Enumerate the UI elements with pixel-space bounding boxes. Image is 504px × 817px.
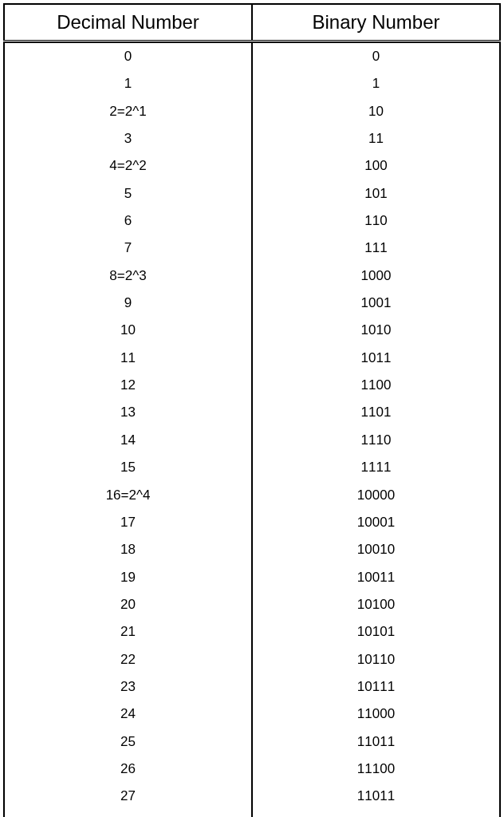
table-row: 131101 <box>4 399 500 426</box>
decimal-cell: 5 <box>4 180 252 207</box>
binary-cell: 1101 <box>252 399 500 426</box>
decimal-cell: 23 <box>4 673 252 701</box>
binary-cell: 11000 <box>252 701 500 728</box>
table-row: 1710001 <box>4 509 500 536</box>
binary-cell: 110 <box>252 207 500 235</box>
binary-cell: 1010 <box>252 317 500 344</box>
binary-cell: 10000 <box>252 482 500 509</box>
table-row: 91001 <box>4 290 500 317</box>
decimal-cell: 8=2^3 <box>4 262 252 290</box>
table-row: 2010100 <box>4 591 500 618</box>
decimal-cell: 18 <box>4 536 252 563</box>
table-row: 4=2^2100 <box>4 152 500 180</box>
binary-cell: 11011 <box>252 783 500 810</box>
decimal-cell: 0 <box>4 43 252 71</box>
table-row: 2611100 <box>4 756 500 783</box>
binary-cell: 1011 <box>252 345 500 372</box>
decimal-cell: 17 <box>4 509 252 536</box>
binary-cell: 10 <box>252 98 500 125</box>
binary-cell: 101 <box>252 180 500 207</box>
binary-cell: 1110 <box>252 427 500 454</box>
table-row: 1810010 <box>4 536 500 563</box>
decimal-cell: 12 <box>4 372 252 399</box>
table-row: 2310111 <box>4 673 500 701</box>
decimal-cell: 10 <box>4 317 252 344</box>
binary-cell: 1000 <box>252 262 500 290</box>
decimal-cell: 13 <box>4 399 252 426</box>
decimal-cell: 27 <box>4 783 252 810</box>
table-row: 5101 <box>4 180 500 207</box>
binary-cell: 0 <box>252 43 500 71</box>
decimal-binary-table: Decimal Number Binary Number 00112=2^110… <box>3 3 501 817</box>
table-row: 2811100 <box>4 811 500 817</box>
table-row: 7111 <box>4 235 500 262</box>
table-row: 2711011 <box>4 783 500 810</box>
binary-cell: 11100 <box>252 811 500 817</box>
decimal-cell: 25 <box>4 728 252 756</box>
decimal-cell: 7 <box>4 235 252 262</box>
table-row: 2210110 <box>4 646 500 673</box>
binary-cell: 11100 <box>252 756 500 783</box>
table-row: 11 <box>4 70 500 97</box>
table-row: 2511011 <box>4 728 500 756</box>
binary-cell: 10111 <box>252 673 500 701</box>
decimal-cell: 3 <box>4 125 252 152</box>
header-decimal: Decimal Number <box>4 4 252 41</box>
binary-cell: 100 <box>252 152 500 180</box>
binary-cell: 10110 <box>252 646 500 673</box>
table-header-row: Decimal Number Binary Number <box>4 4 500 41</box>
decimal-cell: 20 <box>4 591 252 618</box>
table-row: 2411000 <box>4 701 500 728</box>
table-row: 2110101 <box>4 618 500 645</box>
table-row: 111011 <box>4 345 500 372</box>
table-row: 16=2^410000 <box>4 482 500 509</box>
table-row: 151111 <box>4 454 500 481</box>
binary-cell: 10101 <box>252 618 500 645</box>
decimal-cell: 2=2^1 <box>4 98 252 125</box>
decimal-cell: 9 <box>4 290 252 317</box>
decimal-cell: 24 <box>4 701 252 728</box>
binary-cell: 1 <box>252 70 500 97</box>
table-row: 1910011 <box>4 564 500 591</box>
binary-cell: 10011 <box>252 564 500 591</box>
decimal-cell: 4=2^2 <box>4 152 252 180</box>
binary-cell: 111 <box>252 235 500 262</box>
header-binary: Binary Number <box>252 4 500 41</box>
decimal-cell: 15 <box>4 454 252 481</box>
decimal-cell: 14 <box>4 427 252 454</box>
binary-cell: 1001 <box>252 290 500 317</box>
table-row: 311 <box>4 125 500 152</box>
binary-cell: 11 <box>252 125 500 152</box>
decimal-cell: 11 <box>4 345 252 372</box>
table-row: 141110 <box>4 427 500 454</box>
table-row: 6110 <box>4 207 500 235</box>
binary-cell: 10100 <box>252 591 500 618</box>
table-row: 8=2^31000 <box>4 262 500 290</box>
table-row: 121100 <box>4 372 500 399</box>
binary-cell: 1100 <box>252 372 500 399</box>
binary-cell: 10001 <box>252 509 500 536</box>
decimal-cell: 21 <box>4 618 252 645</box>
binary-cell: 1111 <box>252 454 500 481</box>
binary-cell: 10010 <box>252 536 500 563</box>
decimal-cell: 22 <box>4 646 252 673</box>
decimal-cell: 26 <box>4 756 252 783</box>
table-row: 2=2^110 <box>4 98 500 125</box>
decimal-cell: 1 <box>4 70 252 97</box>
table-row: 00 <box>4 43 500 71</box>
table-row: 101010 <box>4 317 500 344</box>
binary-cell: 11011 <box>252 728 500 756</box>
decimal-cell: 28 <box>4 811 252 817</box>
decimal-cell: 6 <box>4 207 252 235</box>
decimal-cell: 16=2^4 <box>4 482 252 509</box>
decimal-cell: 19 <box>4 564 252 591</box>
